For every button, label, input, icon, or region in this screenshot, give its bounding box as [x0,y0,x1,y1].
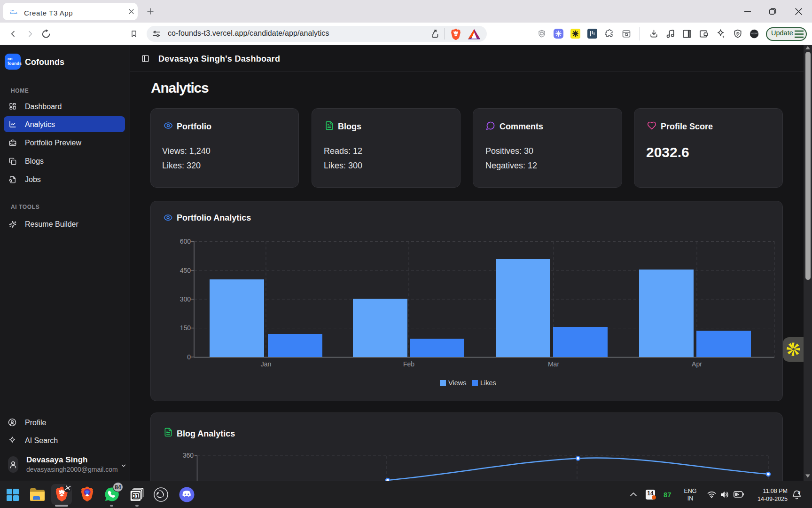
svg-text:Mar: Mar [548,360,559,368]
svg-text:150: 150 [180,324,191,332]
svg-text:Likes: Likes [480,379,496,387]
svg-text:Views: Views [448,379,466,387]
svg-text:Jan: Jan [261,360,272,368]
svg-text:founds: founds [10,12,18,15]
svg-text:300: 300 [180,295,191,303]
svg-text:z: z [799,490,801,493]
svg-text:Apr: Apr [692,360,702,368]
svg-text:Blog Analytics: Blog Analytics [177,429,235,438]
svg-text:Feb: Feb [403,360,414,368]
svg-text:360: 360 [183,452,194,459]
svg-text:450: 450 [180,267,191,274]
svg-text:31: 31 [133,493,139,500]
svg-text:Portfolio Analytics: Portfolio Analytics [177,213,251,222]
svg-text:600: 600 [180,238,191,245]
svg-text:0: 0 [187,353,191,361]
